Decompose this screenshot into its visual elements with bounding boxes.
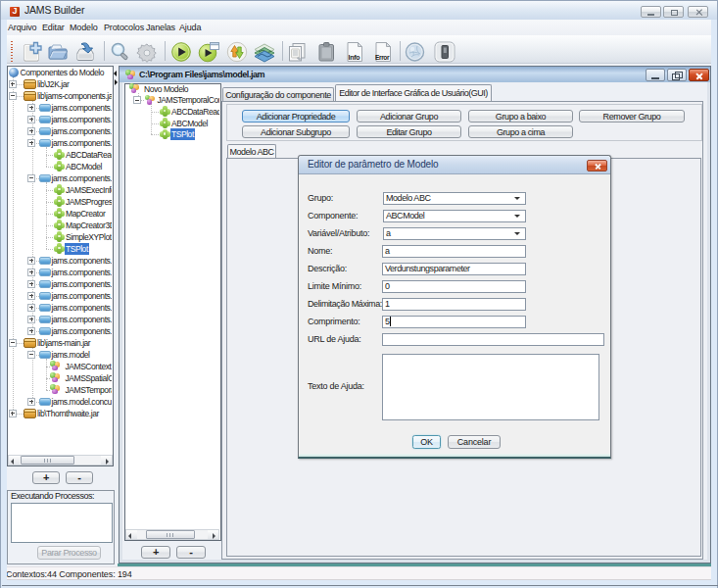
svg-text:Info: Info <box>349 54 360 61</box>
svg-text:Error: Error <box>375 54 390 61</box>
